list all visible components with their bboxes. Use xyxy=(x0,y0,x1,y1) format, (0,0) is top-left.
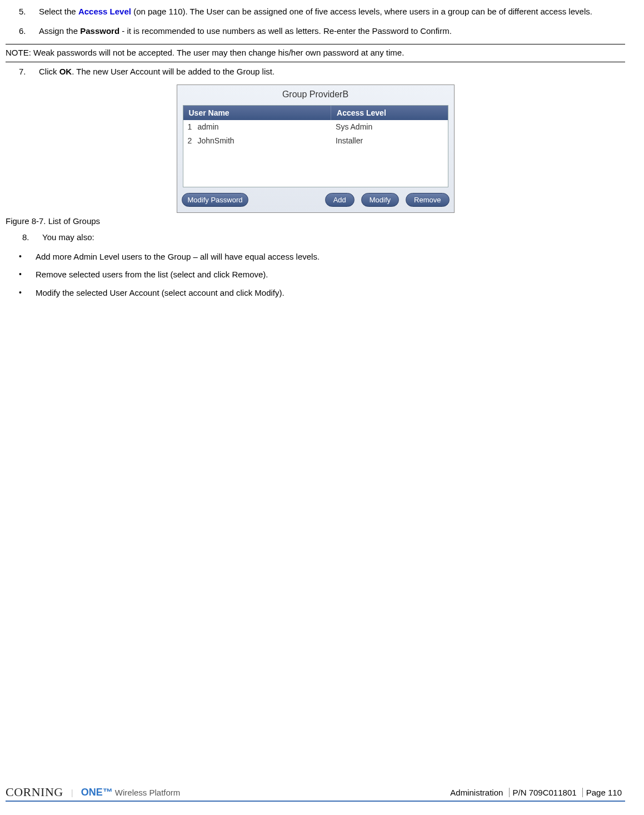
step-number: 8. xyxy=(22,231,42,244)
row-user: JohnSmith xyxy=(198,134,332,147)
step-5: 5. Select the Access Level (on page 110)… xyxy=(19,6,625,18)
list-item: • Add more Admin Level users to the Grou… xyxy=(19,251,625,264)
step-number: 6. xyxy=(19,25,39,38)
text: . The new User Account will be added to … xyxy=(72,67,274,76)
access-level-link[interactable]: Access Level xyxy=(78,7,131,16)
col-access-level: Access Level xyxy=(331,106,447,120)
table-header: User Name Access Level xyxy=(183,106,448,120)
modify-password-button[interactable]: Modify Password xyxy=(182,193,249,207)
row-index: 2 xyxy=(183,134,198,147)
bullet-icon: • xyxy=(19,269,36,281)
list-item: • Remove selected users from the list (s… xyxy=(19,269,625,281)
step-number: 7. xyxy=(19,66,39,78)
row-level: Sys Admin xyxy=(331,120,447,133)
step-8: 8. You may also: xyxy=(22,231,625,244)
step-7: 7. Click OK. The new User Account will b… xyxy=(19,66,625,78)
step-number: 5. xyxy=(19,6,39,18)
step-6: 6. Assign the Password - it is recommend… xyxy=(19,25,625,38)
text: Select the xyxy=(39,7,78,16)
step-text: Assign the Password - it is recommended … xyxy=(39,25,625,38)
table-row[interactable]: 1 admin Sys Admin xyxy=(183,120,448,134)
footer-right: Administration P/N 709C011801 Page 110 xyxy=(447,788,625,797)
footer-section: Administration xyxy=(447,788,506,797)
remove-button[interactable]: Remove xyxy=(406,193,449,207)
text: Assign the xyxy=(39,26,80,36)
text: - it is recommended to use numbers as we… xyxy=(119,26,452,36)
step-text: Click OK. The new User Account will be a… xyxy=(39,66,625,78)
page-footer: CORNING | ONE™ Wireless Platform Adminis… xyxy=(6,785,625,802)
wireless-platform-text: Wireless Platform xyxy=(115,788,181,797)
dialog-table: User Name Access Level 1 admin Sys Admin… xyxy=(183,105,448,187)
ok-label: OK xyxy=(59,67,72,76)
footer-page: Page 110 xyxy=(582,788,625,797)
add-button[interactable]: Add xyxy=(325,193,355,207)
step-text: You may also: xyxy=(42,231,625,244)
dialog-title: Group ProviderB xyxy=(182,88,450,105)
bullet-list: • Add more Admin Level users to the Grou… xyxy=(19,251,625,300)
col-user-name: User Name xyxy=(183,106,332,120)
modify-button[interactable]: Modify xyxy=(361,193,399,207)
figure-caption: Figure 8-7. List of Groups xyxy=(6,216,625,226)
bullet-text: Add more Admin Level users to the Group … xyxy=(36,251,319,264)
row-index: 1 xyxy=(183,120,198,133)
password-label: Password xyxy=(80,26,119,36)
list-item: • Modify the selected User Account (sele… xyxy=(19,287,625,300)
bullet-icon: • xyxy=(19,251,36,264)
brand: CORNING | ONE™ Wireless Platform xyxy=(6,785,180,799)
footer-pn: P/N 709C011801 xyxy=(509,788,580,797)
one-logo: ONE™ xyxy=(81,787,113,798)
bullet-icon: • xyxy=(19,287,36,300)
row-level: Installer xyxy=(331,134,447,147)
dialog-buttons: Modify Password Add Modify Remove xyxy=(182,193,450,207)
group-dialog: Group ProviderB User Name Access Level 1… xyxy=(177,85,455,213)
corning-logo: CORNING xyxy=(6,785,63,799)
bullet-text: Modify the selected User Account (select… xyxy=(36,287,284,300)
text: Click xyxy=(39,67,59,76)
note: NOTE: Weak passwords will not be accepte… xyxy=(6,44,625,62)
bullet-text: Remove selected users from the list (sel… xyxy=(36,269,268,281)
text: (on page 110). The User can be assigned … xyxy=(131,7,592,16)
figure: Group ProviderB User Name Access Level 1… xyxy=(6,85,625,213)
row-user: admin xyxy=(198,120,332,133)
step-text: Select the Access Level (on page 110). T… xyxy=(39,6,625,18)
table-row[interactable]: 2 JohnSmith Installer xyxy=(183,134,448,148)
